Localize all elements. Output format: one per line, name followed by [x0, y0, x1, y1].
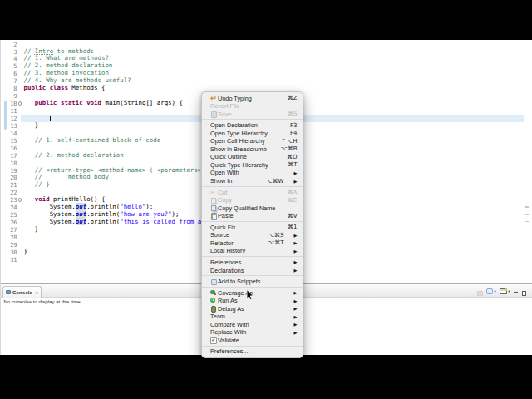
menu-item-label: Source	[210, 231, 229, 239]
menu-item-quick-fix[interactable]: Quick Fix⌘1	[202, 224, 303, 232]
display-selected-console-button[interactable]: ▾	[486, 288, 495, 294]
menu-item-label: References	[210, 259, 241, 266]
code-text[interactable]: }	[24, 249, 27, 256]
line-number: 19	[1, 167, 17, 175]
fold-marker-icon[interactable]	[18, 198, 22, 202]
menu-item-references[interactable]: References▶	[202, 259, 303, 267]
code-text[interactable]: // 1. self-contained block of code	[24, 137, 161, 145]
submenu-arrow-icon: ▶	[293, 290, 298, 295]
val-icon	[210, 337, 216, 343]
folding-column	[17, 145, 24, 152]
folding-column	[17, 249, 24, 256]
menu-separator	[202, 221, 303, 222]
menu-item-label: Compare With	[210, 321, 249, 328]
code-text[interactable]: // 2. method declaration	[24, 152, 124, 160]
menu-item-quick-outline[interactable]: Quick Outline⌘O	[202, 153, 303, 161]
menu-item-paste[interactable]: Paste⌘V	[202, 212, 303, 220]
menu-item-local-history[interactable]: Local History▶	[202, 247, 303, 255]
menu-item-revert-file: Revert File	[202, 102, 303, 111]
menu-item-debug-as[interactable]: Debug As▶	[202, 304, 303, 313]
menu-item-label: Local History	[210, 247, 245, 254]
menu-item-validate[interactable]: Validate	[202, 337, 303, 345]
menu-item-label: Quick Fix	[210, 224, 235, 231]
menu-item-undo-typing[interactable]: ↩Undo Typing⌘Z	[202, 94, 303, 102]
folding-column	[17, 189, 24, 196]
menu-item-copy-qualified-name[interactable]: Copy Qualified Name	[202, 204, 303, 212]
menu-item-add-to-snippets[interactable]: Add to Snippets...	[202, 278, 303, 286]
menu-item-replace-with[interactable]: Replace With▶	[202, 328, 303, 337]
code-text[interactable]: }	[24, 122, 39, 130]
folding-column	[17, 234, 24, 241]
code-text[interactable]: public class Methods {	[24, 85, 106, 92]
menu-item-compare-with[interactable]: Compare With▶	[202, 321, 303, 329]
menu-item-save: Save⌘S	[202, 110, 303, 118]
line-number: 7	[1, 77, 17, 85]
menu-item-team[interactable]: Team▶	[202, 313, 303, 321]
menu-item-label: Run As	[218, 297, 238, 304]
menu-item-source[interactable]: Source⌥⌘S▶	[202, 231, 303, 239]
copyq-icon	[210, 205, 216, 211]
folding-column	[17, 115, 24, 122]
submenu-arrow-icon: ▶	[293, 268, 298, 273]
menu-item-refactor[interactable]: Refactor⌥⌘T▶	[202, 239, 303, 248]
code-text[interactable]: public static void main(String[] args) {	[24, 100, 183, 107]
line-number: 5	[1, 62, 17, 70]
menu-item-show-in[interactable]: Show In⌥⌘W▶	[202, 177, 303, 185]
line-number: 16	[1, 145, 17, 152]
menu-item-shortcut: ⌘T	[288, 161, 297, 168]
console-icon	[6, 290, 11, 294]
menu-item-shortcut: F3	[290, 122, 297, 129]
menu-item-label: Save	[218, 111, 232, 118]
menu-item-quick-type-hierarchy[interactable]: Quick Type Hierarchy⌘T	[202, 161, 303, 170]
folding-column	[17, 77, 24, 85]
submenu-arrow-icon: ▶	[293, 306, 298, 311]
menu-item-open-call-hierarchy[interactable]: Open Call Hierarchy^⌥H	[202, 137, 303, 145]
menu-item-shortcut: ⌘C	[288, 197, 298, 204]
context-menu: ↩Undo Typing⌘ZRevert FileSave⌘SOpen Decl…	[201, 91, 303, 358]
menu-item-label: Validate	[218, 337, 239, 344]
folding-column	[17, 196, 24, 204]
line-number: 29	[1, 241, 17, 249]
line-number: 8	[1, 85, 17, 92]
folding-column	[17, 130, 24, 137]
menu-separator	[202, 119, 303, 120]
menu-item-show-in-breadcrumb[interactable]: Show in Breadcrumb⌥⌘B	[202, 145, 303, 154]
menu-item-declarations[interactable]: Declarations▶	[202, 266, 303, 274]
mouse-cursor-icon	[246, 289, 254, 304]
tab-console[interactable]: Console ✕	[2, 286, 42, 298]
minimize-button[interactable]	[514, 284, 518, 299]
submenu-arrow-icon: ▶	[293, 170, 298, 175]
dropdown-arrow-icon: ▾	[494, 289, 495, 293]
undo-icon: ↩	[210, 96, 216, 101]
pin-console-button[interactable]	[477, 284, 483, 299]
menu-item-open-type-hierarchy[interactable]: Open Type HierarchyF4	[202, 129, 303, 137]
code-text[interactable]: // }	[24, 181, 50, 189]
submenu-arrow-icon: ▶	[293, 330, 298, 335]
folding-column	[17, 137, 24, 145]
folding-column	[17, 41, 24, 48]
open-console-button[interactable]: ▾	[500, 288, 510, 294]
folding-column	[17, 152, 24, 160]
menu-item-label: Declarations	[210, 267, 244, 274]
folding-column	[17, 92, 24, 100]
menu-item-shortcut: ⌥⌘T	[268, 239, 283, 246]
folding-column	[17, 204, 24, 211]
maximize-button[interactable]	[522, 284, 527, 299]
save-icon	[210, 111, 216, 117]
close-icon[interactable]: ✕	[35, 290, 38, 295]
line-number: 21	[1, 181, 17, 189]
code-text[interactable]: }	[24, 226, 39, 234]
menu-item-open-with[interactable]: Open With▶	[202, 169, 303, 177]
menu-item-preferences[interactable]: Preferences...	[202, 347, 303, 356]
menu-item-open-declaration[interactable]: Open DeclarationF3	[202, 121, 303, 130]
folding-column	[17, 85, 24, 92]
fold-marker-icon[interactable]	[18, 101, 22, 106]
menu-separator	[202, 287, 303, 288]
menu-item-label: Preferences...	[210, 347, 248, 355]
display-console-icon	[486, 288, 493, 294]
console-toolbar: ▾ ▾	[477, 286, 526, 297]
menu-item-label: Show in Breadcrumb	[210, 145, 267, 153]
line-number: 28	[1, 234, 17, 241]
folding-column	[17, 55, 24, 62]
menu-item-shortcut: ⌘V	[288, 213, 298, 219]
